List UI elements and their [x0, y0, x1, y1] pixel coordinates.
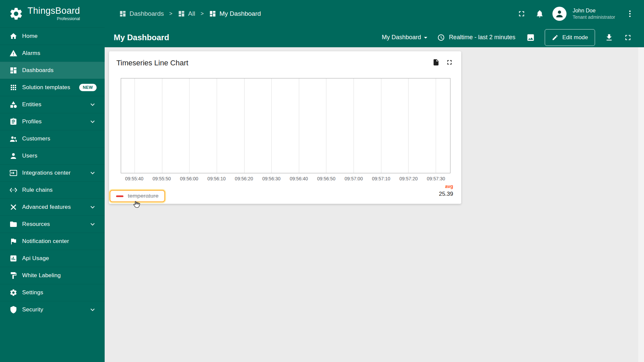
api-usage-icon	[9, 254, 17, 262]
download-button[interactable]	[601, 29, 617, 46]
sidebar: ThingsBoard Professional HomeAlarmsDashb…	[0, 0, 105, 362]
user-role: Tenant administrator	[573, 14, 615, 20]
x-axis-tick-label: 09:57:30	[427, 176, 445, 181]
image-icon	[526, 33, 535, 42]
toolbar-fullscreen-button[interactable]	[620, 29, 636, 46]
chevron-down-icon	[89, 118, 97, 126]
edit-mode-button[interactable]: Edit mode	[545, 29, 595, 46]
sidebar-item-label: Users	[22, 153, 97, 159]
dashboard-selector-value: My Dashboard	[382, 34, 421, 41]
breadcrumb-item-my-dashboard[interactable]: My Dashboard	[209, 10, 261, 17]
dashboards-icon	[9, 66, 17, 74]
profiles-icon	[9, 118, 17, 126]
app-edition: Professional	[28, 16, 80, 21]
x-axis-tick-label: 09:56:30	[262, 176, 281, 181]
settings-icon	[9, 289, 17, 297]
bell-icon	[535, 9, 544, 18]
x-axis-tick-label: 09:56:40	[290, 176, 308, 181]
fullscreen-icon	[446, 59, 453, 66]
user-info[interactable]: John Doe Tenant administrator	[573, 7, 615, 20]
x-axis-tick-label: 09:56:00	[180, 176, 199, 181]
sidebar-item-label: Advanced features	[22, 204, 84, 210]
sidebar-item-api-usage[interactable]: Api Usage	[0, 250, 105, 267]
dashboard-content: Timeseries Line Chart 09:55:4009:55:5009…	[105, 47, 644, 362]
breadcrumb-separator: >	[201, 11, 204, 17]
white-labeling-icon	[9, 272, 17, 280]
new-badge: NEW	[79, 84, 97, 91]
integrations-center-icon	[9, 169, 17, 177]
dashboard-grid-icon	[178, 10, 185, 17]
dashboard-grid-icon	[209, 10, 216, 17]
sidebar-item-home[interactable]: Home	[0, 27, 105, 45]
timewindow-label: Realtime - last 2 minutes	[449, 34, 515, 41]
chart-gridline	[271, 78, 272, 173]
chart-gridline	[326, 78, 326, 173]
chevron-down-icon	[89, 169, 97, 177]
app-name: ThingsBoard	[28, 6, 80, 15]
dashboard-toolbar-actions: My Dashboard Realtime - last 2 minutes E…	[382, 29, 636, 46]
chart-gridline	[217, 78, 217, 173]
dashboard-grid-icon	[119, 10, 126, 17]
sidebar-item-settings[interactable]: Settings	[0, 284, 105, 301]
export-widget-button[interactable]	[432, 59, 440, 66]
notifications-button[interactable]	[532, 6, 548, 22]
fullscreen-icon	[517, 9, 526, 18]
sidebar-item-profiles[interactable]: Profiles	[0, 113, 105, 130]
avatar[interactable]	[552, 7, 567, 21]
timeseries-line-chart-widget: Timeseries Line Chart 09:55:4009:55:5009…	[109, 51, 461, 204]
sidebar-item-label: Dashboards	[22, 67, 97, 74]
sidebar-item-users[interactable]: Users	[0, 147, 105, 164]
sidebar-item-solution-templates[interactable]: Solution templatesNEW	[0, 79, 105, 96]
fullscreen-button[interactable]	[514, 6, 530, 22]
download-icon	[605, 33, 613, 42]
chart-gridline	[189, 78, 190, 173]
sidebar-item-alarms[interactable]: Alarms	[0, 45, 105, 62]
sidebar-item-label: Profiles	[22, 118, 84, 125]
widget-fullscreen-button[interactable]	[446, 59, 453, 66]
breadcrumb-item-dashboards[interactable]: Dashboards	[119, 10, 164, 17]
scrollbar[interactable]	[638, 47, 644, 362]
sidebar-item-dashboards[interactable]: Dashboards	[0, 62, 105, 79]
chart-gridline	[244, 78, 245, 173]
pencil-icon	[552, 34, 558, 41]
chevron-down-icon	[89, 220, 97, 228]
sidebar-item-label: Home	[22, 33, 97, 40]
sidebar-item-label: Notification center	[22, 238, 97, 245]
x-axis-tick-label: 09:56:50	[317, 176, 335, 181]
sidebar-item-customers[interactable]: Customers	[0, 130, 105, 147]
breadcrumb-item-all[interactable]: All	[178, 10, 195, 17]
sidebar-item-label: Integrations center	[22, 170, 84, 176]
entities-icon	[9, 101, 17, 109]
sidebar-item-label: White Labeling	[22, 272, 97, 279]
x-axis-tick-label: 09:57:10	[372, 176, 390, 181]
timewindow-button[interactable]: Realtime - last 2 minutes	[437, 34, 515, 42]
user-avatar-icon	[554, 9, 565, 19]
sidebar-item-white-labeling[interactable]: White Labeling	[0, 267, 105, 284]
chevron-down-icon	[89, 203, 97, 211]
sidebar-item-resources[interactable]: Resources	[0, 216, 105, 233]
chevron-down-icon	[89, 306, 97, 314]
chart-gridline	[354, 78, 354, 173]
sidebar-item-notification-center[interactable]: Notification center	[0, 233, 105, 250]
edit-mode-label: Edit mode	[562, 34, 588, 41]
legend-item-temperature[interactable]: temperature	[110, 190, 165, 202]
x-axis-tick-label: 09:55:50	[153, 176, 171, 181]
more-menu-button[interactable]	[622, 6, 638, 22]
sidebar-item-label: Resources	[22, 221, 84, 228]
sidebar-item-label: Alarms	[22, 50, 97, 57]
sidebar-item-integrations-center[interactable]: Integrations center	[0, 164, 105, 181]
sidebar-nav: HomeAlarmsDashboardsSolution templatesNE…	[0, 27, 105, 318]
home-icon	[9, 32, 17, 40]
sidebar-item-advanced-features[interactable]: Advanced features	[0, 198, 105, 216]
breadcrumb: Dashboards>All>My Dashboard	[119, 10, 261, 17]
sidebar-item-security[interactable]: Security	[0, 301, 105, 318]
breadcrumb-separator: >	[169, 11, 172, 17]
sidebar-item-rule-chains[interactable]: Rule chains	[0, 181, 105, 198]
dashboard-selector[interactable]: My Dashboard	[382, 34, 430, 42]
sidebar-item-entities[interactable]: Entities	[0, 96, 105, 113]
thingsboard-logo[interactable]: ThingsBoard Professional	[0, 0, 105, 27]
background-image-button[interactable]	[523, 29, 539, 46]
user-name: John Doe	[573, 7, 615, 14]
avg-value: 25.39	[439, 191, 453, 197]
breadcrumb-label: All	[188, 10, 195, 17]
